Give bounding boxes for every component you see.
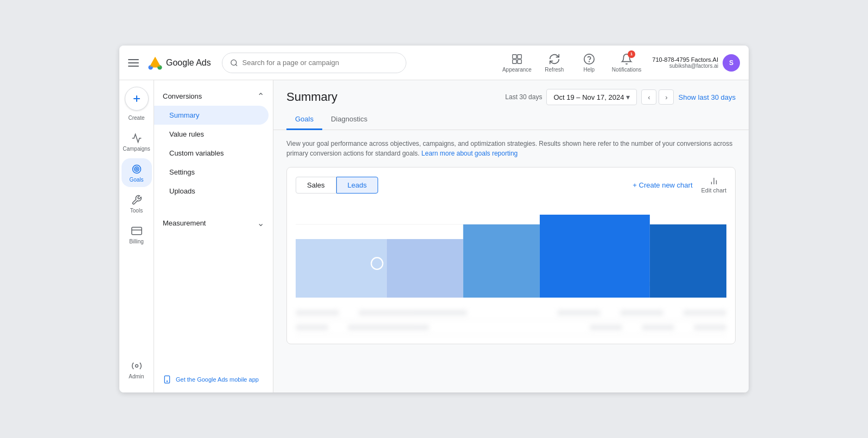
sidebar-nav-value-rules[interactable]: Value rules bbox=[154, 125, 269, 144]
sidebar-nav-uploads[interactable]: Uploads bbox=[154, 182, 269, 201]
date-controls: Last 30 days Oct 19 – Nov 17, 2024 ▾ ‹ ›… bbox=[505, 89, 736, 105]
chart-header: Sales Leads + Create new chart Edit char… bbox=[296, 176, 726, 194]
search-input[interactable] bbox=[242, 59, 398, 67]
edit-chart-label: Edit chart bbox=[701, 187, 726, 194]
help-label: Help bbox=[584, 67, 595, 73]
chart-svg bbox=[296, 200, 726, 298]
create-label: Create bbox=[128, 115, 144, 121]
svg-point-10 bbox=[589, 61, 589, 62]
tab-goals[interactable]: Goals bbox=[286, 110, 322, 130]
date-label: Last 30 days bbox=[505, 93, 542, 101]
date-picker-chevron-icon: ▾ bbox=[626, 93, 630, 101]
campaigns-icon bbox=[130, 132, 143, 145]
sidebar-bottom: Admin bbox=[122, 355, 152, 392]
chart-actions: + Create new chart Edit chart bbox=[633, 176, 726, 194]
sidebar-item-billing[interactable]: Billing bbox=[122, 220, 152, 249]
notifications-label: Notifications bbox=[612, 67, 641, 73]
avatar[interactable]: S bbox=[723, 54, 740, 72]
logo-area: Google Ads bbox=[148, 55, 211, 70]
sidebar-wide: Conversions ⌃ Summary Value rules Custom… bbox=[154, 80, 273, 392]
svg-rect-6 bbox=[518, 54, 521, 58]
date-range-text: Oct 19 – Nov 17, 2024 bbox=[553, 93, 624, 101]
admin-nav-label: Admin bbox=[129, 373, 144, 379]
notification-badge: 1 bbox=[628, 50, 635, 58]
tools-icon bbox=[130, 194, 143, 207]
sidebar-nav-custom-variables[interactable]: Custom variables bbox=[154, 144, 269, 163]
goals-nav-label: Goals bbox=[129, 177, 143, 183]
table-row bbox=[296, 320, 726, 335]
next-date-button[interactable]: › bbox=[659, 89, 674, 105]
search-bar[interactable] bbox=[222, 53, 406, 73]
svg-rect-28 bbox=[387, 239, 463, 298]
prev-date-button[interactable]: ‹ bbox=[641, 89, 656, 105]
user-details: 710-878-4795 Factors.AI subiksha@factors… bbox=[652, 56, 718, 69]
topbar-right: Appearance Refresh Help bbox=[502, 53, 740, 73]
sidebar-nav-summary[interactable]: Summary bbox=[154, 106, 269, 125]
conversions-section-header[interactable]: Conversions ⌃ bbox=[154, 87, 273, 106]
refresh-label: Refresh bbox=[545, 67, 564, 73]
chevron-up-icon: ⌃ bbox=[257, 91, 264, 101]
help-button[interactable]: Help bbox=[577, 53, 601, 73]
date-picker[interactable]: Oct 19 – Nov 17, 2024 ▾ bbox=[546, 89, 637, 105]
svg-rect-16 bbox=[131, 227, 141, 234]
svg-rect-31 bbox=[650, 224, 726, 298]
sidebar-item-admin[interactable]: Admin bbox=[122, 355, 152, 384]
chevron-down-icon: ⌄ bbox=[257, 218, 264, 228]
svg-rect-29 bbox=[463, 224, 540, 298]
notifications-button[interactable]: 1 Notifications bbox=[612, 53, 641, 73]
blurred-data-table bbox=[296, 306, 726, 335]
chart-container bbox=[296, 200, 726, 335]
chart-toggle: Sales Leads bbox=[296, 177, 378, 194]
description-text: View your goal performance across object… bbox=[286, 139, 736, 158]
sidebar-footer[interactable]: Get the Google Ads mobile app bbox=[154, 366, 273, 392]
edit-chart-button[interactable]: Edit chart bbox=[701, 176, 726, 194]
tab-diagnostics[interactable]: Diagnostics bbox=[322, 110, 376, 130]
appearance-button[interactable]: Appearance bbox=[502, 53, 532, 73]
tabs-bar: Goals Diagnostics bbox=[273, 110, 749, 130]
svg-rect-19 bbox=[164, 376, 169, 383]
sidebar-item-campaigns[interactable]: Campaigns bbox=[122, 127, 152, 156]
refresh-button[interactable]: Refresh bbox=[542, 53, 566, 73]
menu-icon[interactable] bbox=[128, 56, 141, 69]
sidebar-measurement-section: Measurement ⌄ bbox=[154, 207, 273, 239]
content-body: View your goal performance across object… bbox=[273, 130, 749, 392]
billing-icon bbox=[130, 224, 143, 237]
svg-rect-33 bbox=[650, 282, 726, 286]
sidebar-nav-settings[interactable]: Settings bbox=[154, 163, 269, 182]
goals-icon bbox=[130, 163, 143, 176]
measurement-section-header[interactable]: Measurement ⌄ bbox=[154, 214, 273, 233]
user-email: subiksha@factors.ai bbox=[669, 63, 718, 69]
tools-nav-label: Tools bbox=[130, 208, 143, 214]
sidebar-item-tools[interactable]: Tools bbox=[122, 189, 152, 218]
bell-icon: 1 bbox=[620, 53, 633, 66]
campaigns-nav-label: Campaigns bbox=[123, 146, 150, 152]
create-button[interactable] bbox=[125, 87, 149, 111]
help-icon bbox=[583, 53, 596, 66]
chart-card: Sales Leads + Create new chart Edit char… bbox=[286, 167, 736, 344]
learn-more-link[interactable]: Learn more about goals reporting bbox=[422, 150, 518, 157]
billing-nav-label: Billing bbox=[129, 239, 144, 244]
svg-point-20 bbox=[167, 381, 167, 382]
main-area: Create Campaigns Goals bbox=[119, 80, 749, 392]
create-chart-link[interactable]: + Create new chart bbox=[633, 181, 692, 189]
page-title: Summary bbox=[286, 90, 337, 104]
table-row bbox=[296, 306, 726, 320]
show-last-30-link[interactable]: Show last 30 days bbox=[678, 93, 736, 101]
svg-point-4 bbox=[231, 60, 237, 65]
svg-point-13 bbox=[132, 165, 141, 173]
sidebar-item-goals[interactable]: Goals bbox=[122, 158, 152, 187]
appearance-label: Appearance bbox=[502, 67, 532, 73]
svg-rect-30 bbox=[540, 215, 650, 298]
admin-icon bbox=[130, 359, 143, 372]
user-name: 710-878-4795 Factors.AI bbox=[652, 56, 718, 63]
phone-icon bbox=[163, 375, 171, 384]
appearance-icon bbox=[510, 53, 524, 66]
topbar: Google Ads Appearance bbox=[119, 46, 749, 80]
sidebar-conversions-section: Conversions ⌃ Summary Value rules Custom… bbox=[154, 80, 273, 207]
svg-point-15 bbox=[136, 168, 137, 170]
user-info[interactable]: 710-878-4795 Factors.AI subiksha@factors… bbox=[652, 54, 740, 72]
svg-rect-8 bbox=[518, 59, 521, 63]
sales-toggle[interactable]: Sales bbox=[296, 177, 336, 194]
svg-rect-7 bbox=[513, 59, 516, 63]
leads-toggle[interactable]: Leads bbox=[336, 177, 378, 194]
